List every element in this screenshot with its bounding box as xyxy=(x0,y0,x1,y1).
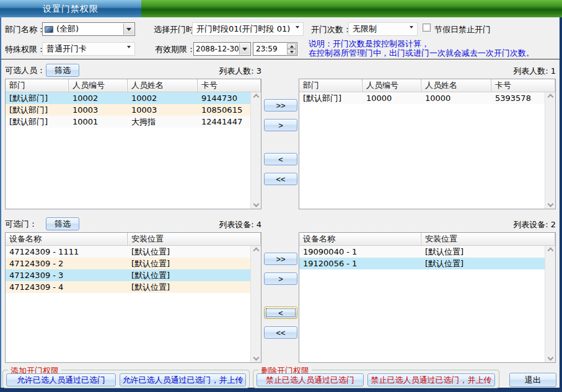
available-doors-count: 列表设备: 4 xyxy=(187,219,261,230)
available-personnel-count: 列表人数: 3 xyxy=(187,66,261,77)
doors-filter-button[interactable]: 筛选 xyxy=(46,217,79,230)
holiday-forbid-checkbox[interactable] xyxy=(423,24,431,32)
table-cell: 10002 xyxy=(69,92,128,104)
table-row[interactable]: 19120056 - 1[默认位置] xyxy=(299,258,545,269)
column-header[interactable]: 人员姓名 xyxy=(128,79,198,92)
table-row[interactable]: [默认部门]10001大拇指12441447 xyxy=(6,116,250,128)
scroll-up-icon[interactable] xyxy=(547,94,553,100)
table-cell: 10002 xyxy=(128,92,198,104)
column-header[interactable]: 卡号 xyxy=(198,79,261,92)
column-header[interactable]: 卡号 xyxy=(491,79,555,92)
scroll-down-icon[interactable] xyxy=(547,355,553,361)
available-personnel-table: 部门人员编号人员姓名卡号 [默认部门]10002100029144730[默认部… xyxy=(5,79,261,209)
doors-move-one-left-button[interactable]: < xyxy=(264,307,297,319)
validity-date-picker[interactable]: 2088-12-30 xyxy=(193,42,251,56)
table-cell: 19120056 - 1 xyxy=(299,258,421,269)
validity-date-value: 2088-12-30 xyxy=(196,45,239,53)
allow-selected-upload-button[interactable]: 允许已选人员通过已选门，并上传 xyxy=(120,373,246,386)
table-row[interactable]: 47124309 - 2[默认位置] xyxy=(6,258,250,269)
scroll-up-icon[interactable] xyxy=(253,94,259,100)
time-down-icon[interactable] xyxy=(287,49,296,54)
allow-selected-button[interactable]: 允许已选人员通过已选门 xyxy=(6,373,116,386)
vertical-scrollbar[interactable] xyxy=(545,92,555,209)
table-cell: 10000 xyxy=(362,92,421,104)
selected-doors-count: 列表设备: 2 xyxy=(481,219,556,230)
table-cell: 47124309 - 1111 xyxy=(6,246,128,258)
doors-move-all-left-button[interactable]: << xyxy=(264,326,297,339)
table-cell: [默认位置] xyxy=(421,258,545,269)
department-select[interactable]: (全部) xyxy=(42,22,135,36)
column-header[interactable]: 安装位置 xyxy=(128,233,261,245)
holiday-forbid-label: 节假日禁止开门 xyxy=(434,25,491,35)
column-header[interactable]: 人员姓名 xyxy=(421,79,491,92)
open-period-dropdown-icon[interactable] xyxy=(296,28,299,38)
vertical-scrollbar[interactable] xyxy=(250,92,261,209)
table-cell: 大拇指 xyxy=(128,116,198,128)
doors-move-one-right-button[interactable]: > xyxy=(264,272,297,285)
open-count-select[interactable]: 无限制 xyxy=(348,22,418,36)
column-header[interactable]: 人员编号 xyxy=(69,79,128,92)
department-dropdown-icon[interactable] xyxy=(123,24,134,35)
available-doors-label: 可选门： xyxy=(5,219,37,229)
table-cell: [默认位置] xyxy=(128,269,250,281)
table-cell: [默认部门] xyxy=(6,92,69,104)
table-row[interactable]: [默认部门]100031000310850615 xyxy=(6,104,250,116)
open-count-label: 开门次数： xyxy=(311,25,351,35)
personnel-move-all-right-button[interactable]: >> xyxy=(264,99,297,111)
department-icon xyxy=(45,26,53,33)
table-cell: [默认位置] xyxy=(128,281,250,293)
special-permission-value: 普通开门卡 xyxy=(46,43,87,54)
table-cell: 10000 xyxy=(421,92,491,104)
forbid-selected-upload-button[interactable]: 禁止已选人员通过已选门，并上传 xyxy=(367,373,495,386)
table-body: [默认部门]10000100005393578 xyxy=(299,92,545,209)
special-permission-dropdown-icon[interactable] xyxy=(127,48,131,58)
table-cell: [默认位置] xyxy=(128,246,250,258)
special-permission-select[interactable]: 普通开门卡 xyxy=(42,42,135,56)
table-row[interactable]: 47124309 - 4[默认位置] xyxy=(6,281,250,293)
column-header[interactable]: 人员编号 xyxy=(362,79,421,92)
open-count-value: 无限制 xyxy=(353,24,377,35)
doors-move-all-right-button[interactable]: >> xyxy=(264,253,297,265)
personnel-move-all-left-button[interactable]: << xyxy=(264,173,297,185)
table-cell: 10003 xyxy=(128,104,198,116)
forbid-selected-button[interactable]: 禁止已选人员通过已选门 xyxy=(257,373,364,386)
table-cell: 5393578 xyxy=(491,92,545,104)
dialog-title: 设置门禁权限 xyxy=(43,4,99,14)
table-row[interactable]: 47124309 - 1111[默认位置] xyxy=(6,246,250,258)
column-header[interactable]: 设备名称 xyxy=(299,233,421,245)
window-border-bottom xyxy=(0,388,562,392)
column-header[interactable]: 部门 xyxy=(299,79,362,92)
vertical-scrollbar[interactable] xyxy=(250,246,261,362)
validity-time-spinner[interactable]: 23:59 xyxy=(253,42,297,56)
scroll-up-icon[interactable] xyxy=(253,248,259,254)
vertical-scrollbar[interactable] xyxy=(545,246,555,362)
table-cell: 10003 xyxy=(69,104,128,116)
table-row[interactable]: [默认部门]10000100005393578 xyxy=(299,92,545,104)
column-header[interactable]: 安装位置 xyxy=(421,233,555,245)
open-count-dropdown-icon[interactable] xyxy=(410,28,413,38)
table-row[interactable]: 19090040 - 1[默认位置] xyxy=(299,246,545,258)
column-header[interactable]: 设备名称 xyxy=(6,233,128,245)
scroll-down-icon[interactable] xyxy=(253,201,259,207)
time-up-icon[interactable] xyxy=(287,43,296,49)
table-cell: 10001 xyxy=(69,116,128,128)
personnel-move-one-right-button[interactable]: > xyxy=(264,119,297,131)
form-divider xyxy=(1,59,560,59)
exit-button[interactable]: 退出 xyxy=(509,373,556,387)
personnel-move-one-left-button[interactable]: < xyxy=(264,153,297,165)
validity-date-dropdown-icon[interactable] xyxy=(239,43,250,54)
table-row[interactable]: [默认部门]10002100029144730 xyxy=(6,92,250,104)
open-period-select[interactable]: 开门时段01(开门时段 01) xyxy=(192,22,304,36)
table-body: 47124309 - 1111[默认位置]47124309 - 2[默认位置]4… xyxy=(6,246,250,362)
title-bar-fill xyxy=(141,0,562,17)
special-permission-label: 特殊权限： xyxy=(5,45,45,54)
personnel-filter-button[interactable]: 筛选 xyxy=(46,64,79,77)
scroll-up-icon[interactable] xyxy=(547,248,553,254)
column-header[interactable]: 部门 xyxy=(6,79,69,92)
scroll-down-icon[interactable] xyxy=(253,355,259,361)
scroll-down-icon[interactable] xyxy=(547,201,553,207)
open-period-value: 开门时段01(开门时段 01) xyxy=(196,24,290,35)
available-personnel-label: 可选人员： xyxy=(5,66,45,76)
table-row[interactable]: 47124309 - 3[默认位置] xyxy=(6,269,250,281)
dialog-title-tab[interactable]: 设置门禁权限 xyxy=(0,0,141,17)
